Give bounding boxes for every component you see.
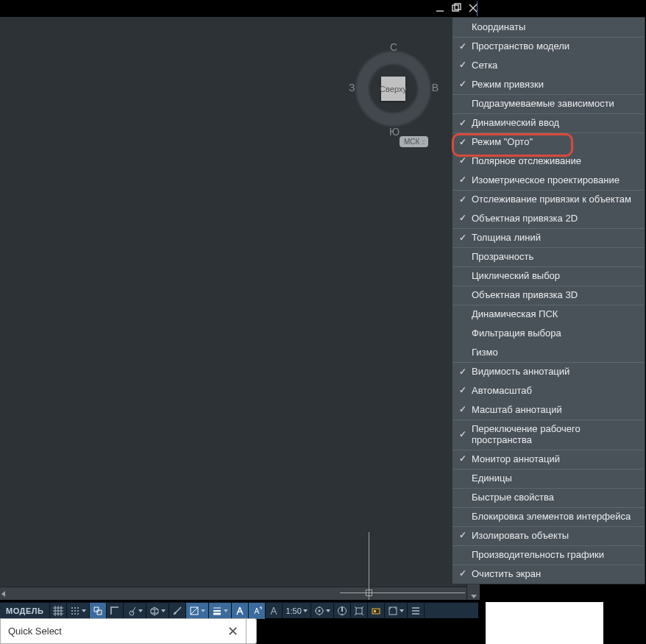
view-cube-compass[interactable]: Сверху С Ю З В xyxy=(347,43,439,135)
drawing-canvas[interactable]: Сверху С Ю З В МСК :: xyxy=(0,17,480,600)
lineweight-button[interactable] xyxy=(209,603,232,619)
menu-item-14[interactable]: Объектная привязка 3D xyxy=(452,286,645,305)
maximize-button[interactable] xyxy=(452,3,462,13)
menu-item-26[interactable]: Изолировать объекты xyxy=(452,526,645,545)
svg-point-10 xyxy=(77,613,79,615)
grid-display-button[interactable] xyxy=(50,603,67,619)
dropdown-arrow-icon xyxy=(138,609,143,612)
menu-item-3[interactable]: Режим привязки xyxy=(452,75,645,94)
svg-point-8 xyxy=(71,613,73,615)
compass-south-label: Ю xyxy=(389,126,400,138)
menu-item-23[interactable]: Единицы xyxy=(452,469,645,488)
svg-rect-19 xyxy=(374,610,376,612)
crosshair-pickbox xyxy=(366,590,372,596)
scroll-down-arrow-icon xyxy=(471,595,477,598)
isodraft-button[interactable] xyxy=(146,603,169,619)
hardware-accel-button[interactable] xyxy=(368,603,385,619)
ortho-button[interactable] xyxy=(107,603,124,619)
menu-item-1[interactable]: Пространство модели xyxy=(452,37,645,56)
menu-item-20[interactable]: Масштаб аннотаций xyxy=(452,400,645,420)
dropdown-arrow-icon xyxy=(201,609,205,612)
dropdown-arrow-icon xyxy=(400,609,404,612)
quick-select-panel[interactable]: Quick Select ✕ xyxy=(0,618,246,644)
svg-point-15 xyxy=(318,609,320,612)
menu-item-6[interactable]: Режим "Орто" xyxy=(452,132,645,152)
quick-select-tab[interactable] xyxy=(246,618,257,644)
compass-west-label: З xyxy=(349,82,355,93)
right-panel xyxy=(486,602,603,644)
menu-item-22[interactable]: Монитор аннотаций xyxy=(452,450,645,469)
clean-screen-button[interactable] xyxy=(385,603,408,619)
compass-east-label: В xyxy=(432,82,439,93)
menu-item-13[interactable]: Циклический выбор xyxy=(452,266,645,286)
dynamic-input-button[interactable] xyxy=(90,603,107,619)
ucs-label: МСК xyxy=(404,138,419,146)
osnap-tracking-button[interactable] xyxy=(169,603,186,619)
annotation-visibility-button[interactable] xyxy=(232,603,249,619)
osnap-2d-button[interactable] xyxy=(186,603,209,619)
svg-point-4 xyxy=(77,607,79,609)
menu-item-19[interactable]: Автомасштаб xyxy=(452,381,645,400)
close-button[interactable] xyxy=(468,3,478,13)
svg-rect-1 xyxy=(455,4,461,10)
snap-mode-button[interactable] xyxy=(67,603,90,619)
compass-north-label: С xyxy=(390,41,397,53)
model-space-button[interactable]: МОДЕЛЬ xyxy=(0,603,50,619)
svg-rect-17 xyxy=(356,608,362,614)
menu-item-24[interactable]: Быстрые свойства xyxy=(452,488,645,507)
horizontal-scrollbar[interactable] xyxy=(0,587,466,600)
dropdown-arrow-icon xyxy=(303,609,308,612)
customize-button[interactable] xyxy=(408,603,425,619)
svg-point-5 xyxy=(71,610,73,612)
dropdown-arrow-icon xyxy=(82,609,86,612)
menu-item-17[interactable]: Гизмо xyxy=(452,343,645,362)
right-panel-black xyxy=(603,602,646,644)
svg-rect-0 xyxy=(452,5,458,11)
menu-item-27[interactable]: Производительность графики xyxy=(452,545,645,565)
annotation-scale-button[interactable] xyxy=(266,603,283,619)
scroll-left-arrow-icon xyxy=(1,591,5,597)
minimize-button[interactable] xyxy=(436,3,446,13)
annotation-monitor-button[interactable] xyxy=(334,603,351,619)
menu-item-2[interactable]: Сетка xyxy=(452,56,645,75)
menu-item-15[interactable]: Динамическая ПСК xyxy=(452,305,645,324)
menu-item-28[interactable]: Очистить экран xyxy=(452,565,645,584)
menu-item-16[interactable]: Фильтрация выбора xyxy=(452,324,645,343)
isolate-objects-button[interactable] xyxy=(351,603,368,619)
svg-point-7 xyxy=(77,610,79,612)
svg-point-3 xyxy=(74,607,76,609)
menu-item-4[interactable]: Подразумеваемые зависимости xyxy=(452,94,645,113)
menu-item-18[interactable]: Видимость аннотаций xyxy=(452,362,645,381)
ucs-handle-icon: :: xyxy=(422,138,424,146)
svg-point-2 xyxy=(71,607,73,609)
window-controls xyxy=(436,3,478,13)
annotation-scale-value[interactable]: 1:50 xyxy=(283,603,310,619)
statusbar-customize-menu: КоординатыПространство моделиСеткаРежим … xyxy=(452,17,645,584)
status-bar: МОДЕЛЬ 1:50 xyxy=(0,602,478,618)
menu-item-7[interactable]: Полярное отслеживание xyxy=(452,152,645,171)
menu-item-8[interactable]: Изометрическое проектирование xyxy=(452,171,645,190)
workspace-switch-button[interactable] xyxy=(311,603,334,619)
menu-item-11[interactable]: Толщина линий xyxy=(452,228,645,247)
menu-item-5[interactable]: Динамический ввод xyxy=(452,113,645,132)
ucs-badge[interactable]: МСК :: xyxy=(400,136,428,147)
menu-item-12[interactable]: Прозрачность xyxy=(452,247,645,266)
svg-point-12 xyxy=(174,612,177,614)
svg-point-9 xyxy=(74,613,76,615)
dropdown-arrow-icon xyxy=(224,609,228,612)
dropdown-arrow-icon xyxy=(161,609,166,612)
quick-select-close-button[interactable]: ✕ xyxy=(227,625,238,638)
view-cube-face[interactable]: Сверху xyxy=(381,77,405,101)
crosshair-horizontal xyxy=(340,592,465,593)
quick-select-title: Quick Select xyxy=(8,626,62,637)
dropdown-arrow-icon xyxy=(326,609,330,612)
auto-scale-button[interactable] xyxy=(249,603,266,619)
menu-item-21[interactable]: Переключение рабочего пространства xyxy=(452,420,645,450)
menu-item-25[interactable]: Блокировка элементов интерфейса xyxy=(452,507,645,526)
polar-tracking-button[interactable] xyxy=(124,603,146,619)
menu-item-9[interactable]: Отслеживание привязки к объектам xyxy=(452,190,645,209)
menu-item-10[interactable]: Объектная привязка 2D xyxy=(452,209,645,228)
svg-point-6 xyxy=(74,610,76,612)
menu-item-0[interactable]: Координаты xyxy=(452,18,645,37)
